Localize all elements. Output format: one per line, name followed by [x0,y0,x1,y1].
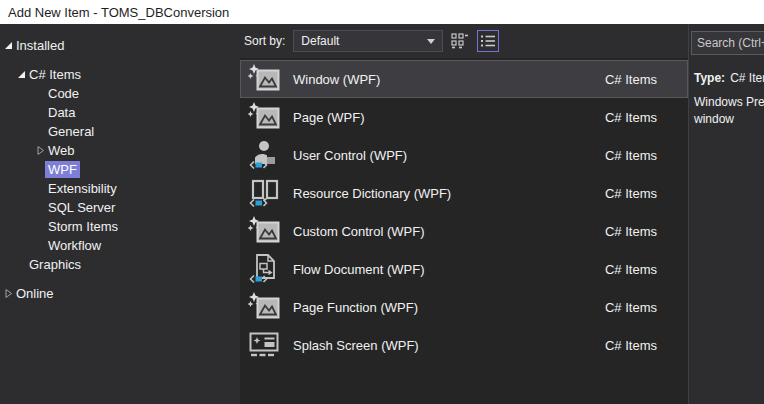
list-view-icon [480,34,496,48]
template-name: Flow Document (WPF) [293,262,605,277]
sort-by-label: Sort by: [244,34,285,48]
sidebar-item-general[interactable]: General [0,122,240,141]
template-item-page-wpf[interactable]: Page (WPF) C# Items [240,98,688,136]
template-name: Splash Screen (WPF) [293,338,605,353]
template-list: Window (WPF) C# Items Page (WPF) C# Item… [240,58,688,404]
splash-screen-icon [247,329,281,361]
sidebar-item-data[interactable]: Data [0,103,240,122]
list-toolbar: Sort by: Default [240,24,688,58]
sidebar-item-workflow[interactable]: Workflow [0,236,240,255]
sidebar-item-label: Code [45,85,82,102]
add-new-item-dialog: Installed C# Items Code Data General Web… [0,24,764,404]
sidebar-item-label: Installed [13,37,67,54]
template-item-window-wpf[interactable]: Window (WPF) C# Items [240,60,688,98]
dialog-title: Add New Item - TOMS_DBConversion [8,5,229,20]
template-item-custom-control-wpf[interactable]: Custom Control (WPF) C# Items [240,212,688,250]
template-name: Page Function (WPF) [293,300,605,315]
template-name: Page (WPF) [293,110,605,125]
flow-document-icon [247,253,281,285]
chevron-down-icon [427,39,435,44]
collapsed-arrow-icon [36,146,45,155]
template-item-splash-screen-wpf[interactable]: Splash Screen (WPF) C# Items [240,326,688,364]
expanded-arrow-icon [17,70,26,79]
template-name: Window (WPF) [293,72,605,87]
template-item-user-control-wpf[interactable]: User Control (WPF) C# Items [240,136,688,174]
details-panel: Type:C# Items Windows Presentation Found… [688,24,764,404]
wpf-window-icon [247,291,281,323]
sidebar-item-label: SQL Server [45,199,118,216]
description-line: window [694,111,764,128]
template-description: Windows Presentation Foundation window [694,94,764,128]
resource-dictionary-icon [247,177,281,209]
sidebar-item-label: General [45,123,97,140]
sidebar-item-label: Web [45,142,78,159]
sidebar-item-label: C# Items [26,66,84,83]
search-input[interactable] [691,31,764,55]
user-control-icon [247,139,281,171]
sidebar-item-sql-server[interactable]: SQL Server [0,198,240,217]
small-icons-view-icon [451,33,469,49]
type-line: Type:C# Items [694,71,764,85]
template-name: Resource Dictionary (WPF) [293,186,605,201]
template-item-resource-dictionary-wpf[interactable]: Resource Dictionary (WPF) C# Items [240,174,688,212]
sidebar-item-label: Online [13,285,57,302]
type-label: Type: [694,71,725,85]
small-icons-view-button[interactable] [449,30,471,52]
sidebar-item-label: Workflow [45,237,104,254]
template-name: User Control (WPF) [293,148,605,163]
sort-by-value: Default [301,34,339,48]
sidebar-item-online[interactable]: Online [0,284,240,303]
sidebar-item-label: Data [45,104,78,121]
sort-by-dropdown[interactable]: Default [293,30,443,52]
sidebar-item-label: Extensibility [45,180,120,197]
dialog-titlebar: Add New Item - TOMS_DBConversion [0,0,764,24]
template-category: C# Items [605,338,687,353]
sidebar-item-label: WPF [45,161,80,178]
wpf-window-icon [247,215,281,247]
template-category: C# Items [605,72,687,87]
collapsed-arrow-icon [4,289,13,298]
template-name: Custom Control (WPF) [293,224,605,239]
wpf-window-icon [247,63,281,95]
sidebar-item-storm-items[interactable]: Storm Items [0,217,240,236]
template-category: C# Items [605,300,687,315]
list-view-button[interactable] [477,30,499,52]
sidebar-item-installed[interactable]: Installed [0,36,240,55]
sidebar-item-web[interactable]: Web [0,141,240,160]
wpf-window-icon [247,101,281,133]
template-category: C# Items [605,262,687,277]
sidebar-item-code[interactable]: Code [0,84,240,103]
expanded-arrow-icon [4,41,13,50]
template-category: C# Items [605,224,687,239]
description-line: Windows Presentation Foundation [694,94,764,111]
template-item-page-function-wpf[interactable]: Page Function (WPF) C# Items [240,288,688,326]
sidebar-item-graphics[interactable]: Graphics [0,255,240,274]
template-category: C# Items [605,186,687,201]
sidebar-item-extensibility[interactable]: Extensibility [0,179,240,198]
sidebar-item-c-items[interactable]: C# Items [0,65,240,84]
template-category: C# Items [605,110,687,125]
sidebar-item-label: Graphics [26,256,84,273]
type-value: C# Items [730,71,764,85]
sidebar-tree: Installed C# Items Code Data General Web… [0,24,240,404]
template-item-flow-document-wpf[interactable]: Flow Document (WPF) C# Items [240,250,688,288]
sidebar-item-label: Storm Items [45,218,121,235]
main-area: Sort by: Default [240,24,688,404]
sidebar-item-wpf[interactable]: WPF [0,160,240,179]
template-category: C# Items [605,148,687,163]
